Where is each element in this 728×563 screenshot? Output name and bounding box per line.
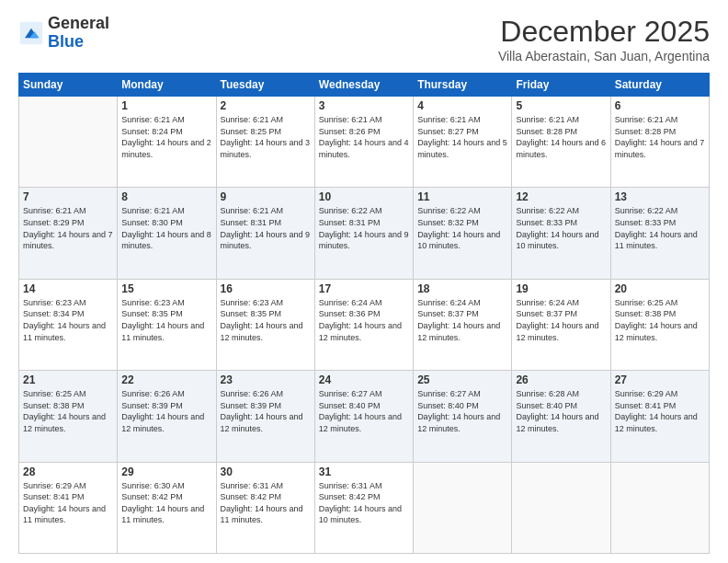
day-info: Sunrise: 6:24 AMSunset: 8:37 PMDaylight:… bbox=[516, 297, 606, 343]
calendar-cell: 3Sunrise: 6:21 AMSunset: 8:26 PMDaylight… bbox=[314, 97, 413, 188]
day-number: 2 bbox=[221, 99, 311, 112]
day-info: Sunrise: 6:28 AMSunset: 8:40 PMDaylight:… bbox=[516, 388, 606, 434]
calendar-cell bbox=[414, 462, 512, 553]
day-info: Sunrise: 6:24 AMSunset: 8:37 PMDaylight:… bbox=[417, 297, 507, 343]
day-info: Sunrise: 6:31 AMSunset: 8:42 PMDaylight:… bbox=[221, 480, 311, 526]
day-number: 17 bbox=[319, 282, 409, 295]
day-number: 4 bbox=[417, 99, 507, 112]
header-row: SundayMondayTuesdayWednesdayThursdayFrid… bbox=[19, 74, 710, 97]
day-info: Sunrise: 6:24 AMSunset: 8:36 PMDaylight:… bbox=[319, 297, 409, 343]
page: General Blue December 2025 Villa Aberast… bbox=[0, 0, 728, 563]
day-info: Sunrise: 6:21 AMSunset: 8:27 PMDaylight:… bbox=[417, 114, 507, 160]
weekday-header: Sunday bbox=[19, 74, 118, 97]
day-number: 22 bbox=[121, 373, 211, 386]
calendar-week-row: 28Sunrise: 6:29 AMSunset: 8:41 PMDayligh… bbox=[19, 462, 710, 553]
day-number: 7 bbox=[23, 190, 113, 203]
day-info: Sunrise: 6:22 AMSunset: 8:33 PMDaylight:… bbox=[516, 205, 606, 251]
calendar-week-row: 21Sunrise: 6:25 AMSunset: 8:38 PMDayligh… bbox=[19, 371, 710, 462]
day-info: Sunrise: 6:22 AMSunset: 8:32 PMDaylight:… bbox=[417, 205, 507, 251]
day-number: 15 bbox=[121, 282, 211, 295]
day-number: 19 bbox=[516, 282, 606, 295]
day-number: 1 bbox=[121, 99, 211, 112]
day-info: Sunrise: 6:21 AMSunset: 8:26 PMDaylight:… bbox=[319, 114, 409, 160]
day-number: 30 bbox=[221, 465, 311, 478]
day-number: 6 bbox=[615, 99, 705, 112]
day-info: Sunrise: 6:29 AMSunset: 8:41 PMDaylight:… bbox=[23, 480, 113, 526]
day-info: Sunrise: 6:30 AMSunset: 8:42 PMDaylight:… bbox=[121, 480, 211, 526]
day-info: Sunrise: 6:26 AMSunset: 8:39 PMDaylight:… bbox=[121, 388, 211, 434]
calendar-table: SundayMondayTuesdayWednesdayThursdayFrid… bbox=[18, 73, 710, 554]
logo-text: General Blue bbox=[48, 15, 109, 52]
day-number: 26 bbox=[516, 373, 606, 386]
title-block: December 2025 Villa Aberastain, San Juan… bbox=[498, 15, 710, 63]
calendar-cell: 24Sunrise: 6:27 AMSunset: 8:40 PMDayligh… bbox=[314, 371, 413, 462]
calendar-cell: 10Sunrise: 6:22 AMSunset: 8:31 PMDayligh… bbox=[314, 188, 413, 279]
calendar-week-row: 7Sunrise: 6:21 AMSunset: 8:29 PMDaylight… bbox=[19, 188, 710, 279]
day-number: 3 bbox=[319, 99, 409, 112]
day-info: Sunrise: 6:25 AMSunset: 8:38 PMDaylight:… bbox=[615, 297, 705, 343]
calendar-cell: 27Sunrise: 6:29 AMSunset: 8:41 PMDayligh… bbox=[610, 371, 709, 462]
logo: General Blue bbox=[18, 15, 109, 52]
weekday-header: Wednesday bbox=[314, 74, 413, 97]
day-number: 27 bbox=[615, 373, 705, 386]
day-number: 18 bbox=[417, 282, 507, 295]
day-number: 8 bbox=[121, 190, 211, 203]
weekday-header: Tuesday bbox=[216, 74, 314, 97]
calendar-cell: 8Sunrise: 6:21 AMSunset: 8:30 PMDaylight… bbox=[118, 188, 216, 279]
day-info: Sunrise: 6:26 AMSunset: 8:39 PMDaylight:… bbox=[221, 388, 311, 434]
day-number: 21 bbox=[23, 373, 113, 386]
day-info: Sunrise: 6:21 AMSunset: 8:28 PMDaylight:… bbox=[516, 114, 606, 160]
day-number: 5 bbox=[516, 99, 606, 112]
day-number: 14 bbox=[23, 282, 113, 295]
day-info: Sunrise: 6:23 AMSunset: 8:34 PMDaylight:… bbox=[23, 297, 113, 343]
day-number: 11 bbox=[417, 190, 507, 203]
calendar-cell: 13Sunrise: 6:22 AMSunset: 8:33 PMDayligh… bbox=[610, 188, 709, 279]
subtitle: Villa Aberastain, San Juan, Argentina bbox=[498, 49, 710, 63]
calendar-cell: 12Sunrise: 6:22 AMSunset: 8:33 PMDayligh… bbox=[512, 188, 610, 279]
day-number: 28 bbox=[23, 465, 113, 478]
calendar-cell: 4Sunrise: 6:21 AMSunset: 8:27 PMDaylight… bbox=[414, 97, 512, 188]
weekday-header: Saturday bbox=[610, 74, 709, 97]
calendar-cell: 19Sunrise: 6:24 AMSunset: 8:37 PMDayligh… bbox=[512, 279, 610, 370]
day-number: 12 bbox=[516, 190, 606, 203]
day-info: Sunrise: 6:21 AMSunset: 8:25 PMDaylight:… bbox=[221, 114, 311, 160]
calendar-cell: 25Sunrise: 6:27 AMSunset: 8:40 PMDayligh… bbox=[414, 371, 512, 462]
day-info: Sunrise: 6:23 AMSunset: 8:35 PMDaylight:… bbox=[221, 297, 311, 343]
logo-icon bbox=[18, 20, 44, 46]
day-info: Sunrise: 6:21 AMSunset: 8:30 PMDaylight:… bbox=[121, 205, 211, 251]
day-number: 10 bbox=[319, 190, 409, 203]
day-number: 29 bbox=[121, 465, 211, 478]
day-info: Sunrise: 6:22 AMSunset: 8:31 PMDaylight:… bbox=[319, 205, 409, 251]
calendar-cell: 2Sunrise: 6:21 AMSunset: 8:25 PMDaylight… bbox=[216, 97, 314, 188]
day-info: Sunrise: 6:27 AMSunset: 8:40 PMDaylight:… bbox=[319, 388, 409, 434]
day-number: 9 bbox=[221, 190, 311, 203]
month-title: December 2025 bbox=[498, 15, 710, 49]
calendar-cell: 9Sunrise: 6:21 AMSunset: 8:31 PMDaylight… bbox=[216, 188, 314, 279]
weekday-header: Friday bbox=[512, 74, 610, 97]
header: General Blue December 2025 Villa Aberast… bbox=[18, 15, 710, 63]
calendar-cell: 18Sunrise: 6:24 AMSunset: 8:37 PMDayligh… bbox=[414, 279, 512, 370]
calendar-cell: 16Sunrise: 6:23 AMSunset: 8:35 PMDayligh… bbox=[216, 279, 314, 370]
calendar-cell: 29Sunrise: 6:30 AMSunset: 8:42 PMDayligh… bbox=[118, 462, 216, 553]
day-info: Sunrise: 6:27 AMSunset: 8:40 PMDaylight:… bbox=[417, 388, 507, 434]
day-number: 13 bbox=[615, 190, 705, 203]
day-info: Sunrise: 6:25 AMSunset: 8:38 PMDaylight:… bbox=[23, 388, 113, 434]
weekday-header: Monday bbox=[118, 74, 216, 97]
calendar-cell: 28Sunrise: 6:29 AMSunset: 8:41 PMDayligh… bbox=[19, 462, 118, 553]
calendar-cell: 20Sunrise: 6:25 AMSunset: 8:38 PMDayligh… bbox=[610, 279, 709, 370]
day-info: Sunrise: 6:23 AMSunset: 8:35 PMDaylight:… bbox=[121, 297, 211, 343]
calendar-cell: 21Sunrise: 6:25 AMSunset: 8:38 PMDayligh… bbox=[19, 371, 118, 462]
logo-line1: General bbox=[48, 15, 109, 33]
calendar-cell: 14Sunrise: 6:23 AMSunset: 8:34 PMDayligh… bbox=[19, 279, 118, 370]
day-info: Sunrise: 6:21 AMSunset: 8:24 PMDaylight:… bbox=[121, 114, 211, 160]
day-number: 23 bbox=[221, 373, 311, 386]
day-number: 20 bbox=[615, 282, 705, 295]
calendar-cell bbox=[512, 462, 610, 553]
day-number: 24 bbox=[319, 373, 409, 386]
calendar-cell: 30Sunrise: 6:31 AMSunset: 8:42 PMDayligh… bbox=[216, 462, 314, 553]
day-info: Sunrise: 6:22 AMSunset: 8:33 PMDaylight:… bbox=[615, 205, 705, 251]
calendar-cell: 7Sunrise: 6:21 AMSunset: 8:29 PMDaylight… bbox=[19, 188, 118, 279]
logo-line2: Blue bbox=[48, 33, 109, 52]
calendar-cell: 26Sunrise: 6:28 AMSunset: 8:40 PMDayligh… bbox=[512, 371, 610, 462]
day-info: Sunrise: 6:21 AMSunset: 8:28 PMDaylight:… bbox=[615, 114, 705, 160]
